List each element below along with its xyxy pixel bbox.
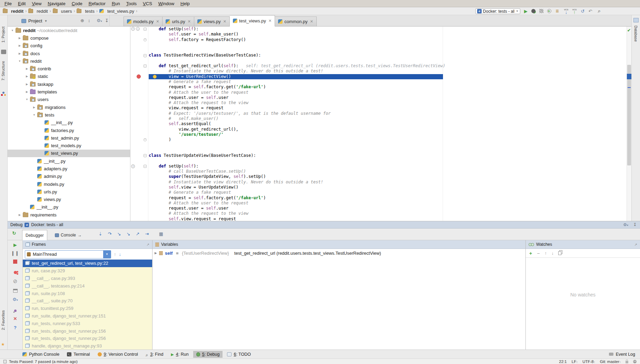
toolwindow-terminal[interactable]: >_Terminal — [64, 351, 93, 358]
breakpoint-icon[interactable] — [137, 74, 141, 79]
tree-item-users[interactable]: ▼users — [8, 96, 130, 103]
thread-selector[interactable]: MainThread ▼ — [25, 250, 111, 259]
frame-row[interactable]: __call__, case.py:393 — [23, 275, 152, 282]
caret-position[interactable]: 22:1 — [559, 360, 567, 364]
code-line[interactable]: # Instantiate the view directly. Never d… — [149, 69, 627, 74]
tree-chevron-closed[interactable]: ▶ — [25, 75, 29, 78]
code-line[interactable]: # Generate a fake request — [149, 79, 627, 84]
frame-row[interactable]: run_tests, django_test_runner.py:156 — [23, 327, 152, 335]
code-line[interactable]: view.request = request — [149, 105, 627, 111]
step-into-button[interactable]: ↘ — [115, 231, 123, 237]
frame-row[interactable]: run_suite, django_test_runner.py:151 — [23, 312, 152, 320]
tree-item-test_views.py[interactable]: test_views.py — [8, 150, 130, 157]
search-everywhere-button[interactable]: ⌕ — [595, 8, 603, 14]
tree-item-__init__.py[interactable]: __init__.py — [8, 157, 130, 165]
code-line[interactable]: # call BaseUserTestCase.setUp() — [149, 169, 627, 174]
stop-button[interactable] — [8, 260, 23, 265]
project-panel-header[interactable]: Project ▼ — [8, 15, 110, 27]
frame-row[interactable]: handle, django_test_manage.py:93 — [23, 342, 152, 350]
tab-views.py[interactable]: views.py✕ — [194, 17, 230, 27]
code-line[interactable] — [149, 158, 627, 163]
recent-changes-button[interactable]: ↺ — [579, 8, 587, 14]
encoding-select[interactable]: UTF-8↕ — [582, 360, 595, 364]
help-icon[interactable]: ? — [8, 325, 23, 330]
frame-row[interactable]: run_tests, django_test_runner.py:256 — [23, 335, 152, 342]
move-down-button[interactable]: ↓ — [551, 251, 553, 256]
breadcrumb-item[interactable]: tests — [76, 9, 95, 14]
code-line[interactable]: '/users/testuser/' — [149, 132, 627, 137]
expand-icon[interactable]: ▶ — [155, 251, 157, 255]
fold-marker[interactable]: − — [144, 54, 147, 57]
code-line[interactable]: request.user = self.user — [149, 95, 627, 100]
tree-item-__init__.py[interactable]: __init__.py — [8, 203, 130, 211]
code-line[interactable] — [149, 42, 627, 48]
code-editor[interactable]: −−−−−⌃⌃↑↓↑ def setUp(self): self.user = … — [130, 27, 631, 221]
star-icon[interactable]: ★ — [1, 342, 6, 346]
override-method-icon[interactable]: ↓ — [136, 27, 140, 31]
tool-strip-project[interactable]: 1: Project — [1, 27, 5, 42]
scrollbar-thumb[interactable] — [627, 65, 631, 165]
project-tool-icon[interactable] — [1, 50, 6, 54]
code-line[interactable]: # Attach the request to the view — [149, 100, 627, 105]
tree-chevron-closed[interactable]: ▶ — [18, 52, 22, 55]
tab-common.py[interactable]: common.py✕ — [275, 17, 316, 27]
code-line[interactable]: class TestUserRedirectView(BaseUserTestC… — [149, 53, 627, 58]
step-over-button[interactable]: ↷ — [106, 231, 114, 237]
tree-chevron-closed[interactable]: ▶ — [25, 83, 29, 86]
code-line[interactable]: view = UserRedirectView() — [149, 74, 627, 79]
git-branch-select[interactable]: Git: master↕ — [600, 360, 621, 364]
code-line[interactable]: # Instantiate the view directly. Never d… — [149, 180, 627, 185]
close-icon[interactable]: ✕ — [156, 19, 159, 24]
frame-row[interactable]: run, tcunittest.py:259 — [23, 305, 152, 312]
code-line[interactable]: request = self.factory.get('/fake-url') — [149, 84, 627, 90]
tree-item-taskapp[interactable]: ▶taskapp — [8, 80, 130, 88]
code-line[interactable]: request = self.factory.get('/fake-url') — [149, 195, 627, 201]
override-method-icon[interactable]: ↑ — [131, 164, 135, 168]
menu-item-run[interactable]: Run — [109, 1, 123, 7]
breadcrumb-item[interactable]: reddit — [2, 9, 24, 14]
fold-marker[interactable]: − — [144, 154, 147, 157]
fold-end-marker[interactable]: ⌃ — [144, 138, 147, 141]
locate-file-icon[interactable]: ⊕ — [80, 18, 84, 23]
tree-item-static[interactable]: ▶static — [8, 73, 130, 80]
move-up-button[interactable]: ↑ — [544, 251, 547, 256]
close-icon[interactable]: ✕ — [268, 19, 272, 23]
breadcrumb-item[interactable]: users — [52, 9, 73, 14]
tree-item-test_admin.py[interactable]: test_admin.py — [8, 134, 130, 142]
chevron-down-icon[interactable]: ▼ — [103, 251, 111, 258]
copy-icon[interactable] — [558, 251, 561, 256]
close-icon[interactable]: ✕ — [223, 19, 226, 24]
code-line[interactable]: # Generate a fake request — [149, 190, 627, 195]
run-to-cursor-button[interactable]: ⇥ — [143, 231, 151, 237]
breadcrumb-item[interactable]: reddit — [28, 9, 49, 14]
highlighting-level-icon[interactable] — [633, 360, 637, 363]
menu-item-navigate[interactable]: Navigate — [45, 1, 68, 7]
tree-chevron-closed[interactable]: ▶ — [18, 37, 22, 40]
frame-row[interactable]: run_tests, runner.py:533 — [23, 320, 152, 327]
close-icon[interactable]: ✕ — [188, 19, 191, 24]
tree-item-config[interactable]: ▶config — [8, 42, 130, 50]
code-line[interactable]: # Attach the user to the request — [149, 201, 627, 206]
tree-chevron-closed[interactable]: ▶ — [32, 106, 36, 109]
run-button[interactable]: ▶ — [522, 8, 530, 14]
tree-item-__init__.py[interactable]: __init__.py — [8, 119, 130, 127]
code-line[interactable]: self.factory = RequestFactory() — [149, 37, 627, 42]
fold-marker[interactable]: − — [144, 165, 147, 168]
tool-strip-database[interactable]: Database — [634, 26, 638, 42]
mute-breakpoints-button[interactable]: ⊘ — [8, 278, 23, 284]
view-breakpoints-button[interactable] — [8, 270, 23, 275]
code-line[interactable] — [149, 143, 627, 148]
float-panel-icon[interactable]: ↗ — [634, 243, 637, 246]
coverage-button[interactable] — [538, 8, 545, 14]
line-ending-select[interactable]: LF↕ — [572, 360, 578, 364]
tree-item-adapters.py[interactable]: adapters.py — [8, 165, 130, 172]
tree-item-migrations[interactable]: ▶migrations — [8, 103, 130, 111]
structure-tool-icon[interactable] — [1, 92, 6, 96]
stripe-marker[interactable] — [628, 87, 631, 88]
lock-icon[interactable] — [626, 361, 628, 363]
tree-chevron-closed[interactable]: ▶ — [25, 90, 29, 93]
menu-item-tools[interactable]: Tools — [123, 1, 140, 7]
tree-item-views.py[interactable]: views.py — [8, 196, 130, 203]
add-watch-button[interactable]: + — [529, 251, 532, 256]
code-line[interactable]: self.user = self.make_user() — [149, 32, 627, 37]
